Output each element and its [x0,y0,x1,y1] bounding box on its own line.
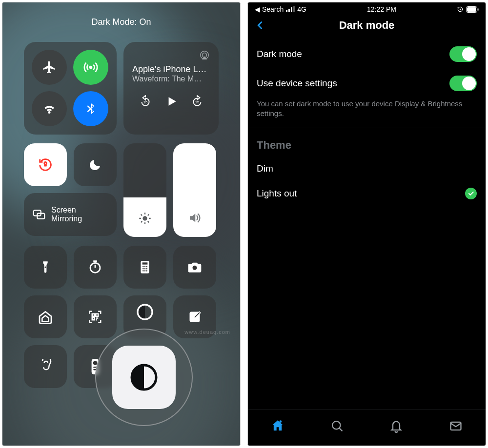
orientation-lock-status-icon [457,6,464,13]
tab-bar [248,409,486,446]
tab-home[interactable] [248,419,307,433]
svg-point-20 [144,270,146,272]
check-icon [465,188,477,199]
svg-rect-33 [288,9,290,12]
tab-search[interactable] [307,419,367,433]
qr-scan-button[interactable] [74,295,117,338]
status-bar: ◀ Search 4G 12:22 PM [248,2,486,16]
svg-point-8 [142,216,147,220]
settings-description: You can set dark mode to use your device… [248,98,486,128]
connectivity-platter[interactable] [24,42,117,135]
theme-section-header: Theme [248,128,486,156]
timer-icon [88,260,102,274]
media-subtitle: Waveform: The M… [132,75,210,83]
fwd-15-icon[interactable]: 15 [191,95,203,108]
home-button[interactable] [24,295,67,338]
bell-tab-icon [389,419,403,433]
svg-point-18 [146,268,147,270]
tab-messages[interactable] [426,419,486,433]
wifi-button[interactable] [32,91,67,126]
dark-mode-icon [129,363,159,392]
airplane-mode-button[interactable] [32,50,67,85]
search-tab-icon [330,419,344,433]
svg-point-22 [192,266,197,270]
theme-option-lights-out[interactable]: Lights out [248,181,486,206]
page-title: Dark mode [339,19,395,32]
flashlight-button[interactable] [24,246,67,289]
use-device-settings-label: Use device settings [257,78,337,89]
svg-rect-5 [44,164,47,167]
wifi-icon [42,101,57,116]
do-not-disturb-button[interactable] [74,143,117,186]
svg-point-17 [144,268,146,270]
calculator-icon [139,260,151,274]
svg-point-14 [144,266,146,268]
app-settings-screenshot: ◀ Search 4G 12:22 PM Dark mode Dark mode… [247,2,486,446]
toggle-switch[interactable] [449,46,477,62]
svg-point-15 [146,266,147,268]
theme-dim-label: Dim [257,163,273,174]
magnifier-highlight [95,329,193,426]
svg-rect-35 [293,6,295,12]
calculator-button[interactable] [123,246,166,289]
svg-rect-25 [92,317,95,320]
back-to-app-indicator[interactable]: ◀ Search [255,5,284,13]
airplane-icon [42,60,57,75]
svg-rect-34 [291,7,292,12]
svg-rect-24 [96,314,98,316]
back-button[interactable] [255,20,265,31]
svg-rect-23 [92,314,95,316]
flashlight-icon [39,260,52,274]
svg-rect-38 [467,7,476,12]
svg-point-16 [142,268,144,270]
cellular-data-button[interactable] [73,50,108,85]
svg-point-41 [332,421,340,429]
hearing-button[interactable] [24,345,67,388]
media-platter[interactable]: Apple's iPhone L… Waveform: The M… 15 15 [123,42,219,135]
svg-point-19 [142,270,144,272]
svg-rect-36 [460,9,461,10]
svg-text:15: 15 [195,100,199,104]
nav-bar: Dark mode [248,16,486,35]
screen-mirroring-button[interactable]: ScreenMirroring [24,193,117,236]
screen-mirroring-icon [32,207,46,222]
svg-point-0 [89,66,93,69]
rotation-lock-icon [37,156,54,173]
back-15-icon[interactable]: 15 [139,95,152,108]
battery-icon [466,6,479,13]
rotation-lock-button[interactable] [24,143,67,186]
play-icon[interactable] [165,95,178,108]
timer-button[interactable] [74,246,117,289]
volume-icon [187,211,202,225]
svg-text:15: 15 [143,100,147,104]
svg-point-9 [44,266,46,268]
theme-lights-out-label: Lights out [257,188,297,199]
tab-notifications[interactable] [367,419,427,433]
volume-slider[interactable] [173,143,216,237]
svg-point-40 [279,420,282,423]
cellular-icon [83,59,99,75]
qr-scan-icon [88,310,102,324]
home-icon [38,309,53,325]
svg-rect-32 [286,10,287,12]
status-time: 12:22 PM [367,5,396,13]
bluetooth-button[interactable] [73,91,108,126]
brightness-icon [138,212,152,225]
brightness-slider[interactable] [123,143,166,237]
camera-button[interactable] [173,246,216,289]
camera-icon [187,259,203,275]
airplay-icon[interactable] [199,50,210,60]
hearing-icon [38,359,53,374]
toggle-switch[interactable] [449,76,477,91]
dark-mode-toggle-row[interactable]: Dark mode [248,39,486,69]
use-device-settings-row[interactable]: Use device settings [248,69,486,98]
media-title: Apple's iPhone L… [132,64,210,75]
svg-point-13 [142,266,144,268]
theme-option-dim[interactable]: Dim [248,156,486,181]
dark-mode-label: Dark mode [257,49,302,59]
screen-mirroring-label: ScreenMirroring [51,206,82,224]
dark-mode-toggle-button[interactable] [112,346,176,409]
control-center-screenshot: Dark Mode: On [2,2,241,446]
notes-button[interactable] [173,295,216,338]
svg-rect-12 [142,262,148,264]
